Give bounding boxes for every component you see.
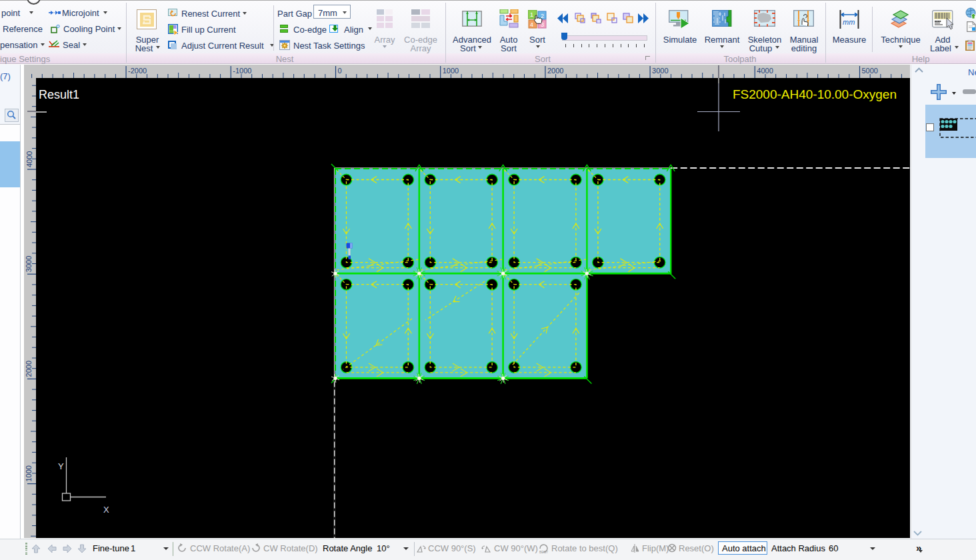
svg-text:4000: 4000 bbox=[25, 151, 33, 167]
svg-text:2000: 2000 bbox=[547, 67, 563, 75]
svg-text:BEST: BEST bbox=[539, 550, 548, 554]
svg-text:4000: 4000 bbox=[757, 67, 773, 75]
svg-text:3000: 3000 bbox=[25, 256, 33, 272]
svg-text:2000: 2000 bbox=[25, 361, 33, 377]
svg-text:X: X bbox=[103, 505, 109, 515]
svg-text:4: 4 bbox=[530, 21, 533, 28]
svg-text:1000: 1000 bbox=[443, 67, 459, 75]
svg-text:3000: 3000 bbox=[652, 67, 668, 75]
svg-text:-1000: -1000 bbox=[233, 67, 251, 75]
svg-text:0: 0 bbox=[338, 67, 342, 75]
svg-text:1: 1 bbox=[530, 11, 533, 18]
svg-text:FS2000-AH40-10.00-Oxygen: FS2000-AH40-10.00-Oxygen bbox=[733, 87, 897, 101]
svg-text:mm: mm bbox=[843, 18, 855, 26]
svg-text:1000: 1000 bbox=[25, 465, 33, 481]
svg-text:Y: Y bbox=[58, 461, 64, 471]
svg-text:Result1: Result1 bbox=[39, 88, 79, 101]
svg-text:-2000: -2000 bbox=[128, 67, 147, 75]
svg-text:5000: 5000 bbox=[862, 67, 878, 75]
